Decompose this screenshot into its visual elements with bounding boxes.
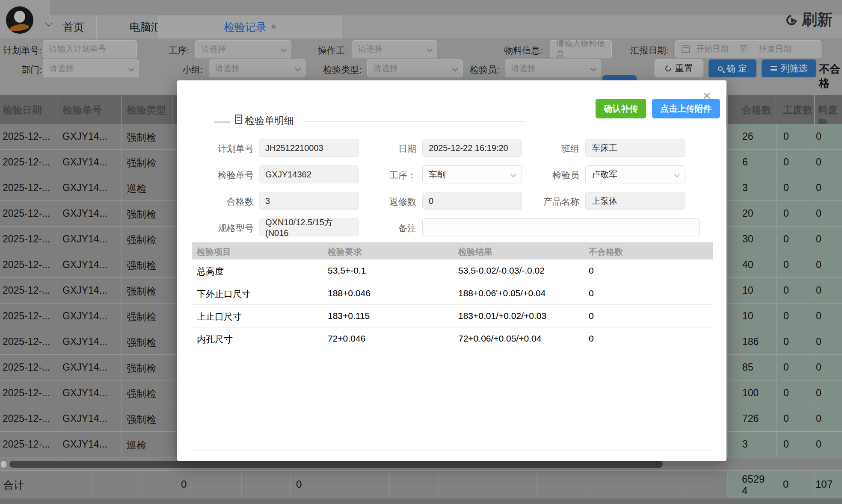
confirm-supplement-button[interactable]: 确认补传 bbox=[596, 99, 646, 118]
field-label: 检验单号 bbox=[160, 169, 254, 181]
cell-requirement: 53,5+-0.1 bbox=[328, 265, 366, 276]
cell-material-scrap: 0 bbox=[816, 259, 821, 271]
upload-attachment-button[interactable]: 点击上传附件 bbox=[652, 99, 720, 118]
column-divider bbox=[121, 329, 122, 354]
cell-unqualified: 0 bbox=[589, 265, 594, 276]
footer-divider bbox=[685, 471, 685, 498]
column-divider bbox=[815, 175, 815, 200]
footer-divider bbox=[776, 471, 776, 498]
column-divider bbox=[776, 124, 777, 149]
cell-item: 总高度 bbox=[197, 265, 224, 277]
footer-divider bbox=[814, 471, 815, 498]
field-value: 卢敬军 bbox=[592, 169, 617, 180]
cell-qualified: 20 bbox=[742, 208, 753, 219]
cell-qualified: 100 bbox=[742, 387, 759, 399]
field-label: 班组 bbox=[485, 143, 579, 155]
filter-daterange[interactable]: 开始日期至结束日期 bbox=[675, 40, 821, 58]
calendar-icon bbox=[682, 45, 690, 53]
cell-order: GXJY14... bbox=[62, 233, 107, 245]
filter-select-检验员[interactable]: 请选择 bbox=[505, 59, 601, 77]
cell-unqualified: 0 bbox=[589, 288, 594, 298]
field-label: 备注 bbox=[322, 222, 416, 234]
cell-qualified: 26 bbox=[742, 131, 753, 142]
field-select[interactable]: 卢敬军 bbox=[585, 165, 685, 183]
footer-col4-value: 0 bbox=[181, 478, 187, 490]
footer-total-label: 合计 bbox=[3, 478, 24, 492]
field-value: GXJY14362 bbox=[265, 170, 311, 180]
modal-bottom-divider bbox=[192, 450, 713, 451]
cell-work-scrap: 0 bbox=[783, 208, 789, 219]
column-divider bbox=[57, 355, 57, 380]
filter-select-部门[interactable]: 请选择 bbox=[43, 59, 139, 77]
filter-label: 物料信息: bbox=[470, 44, 543, 56]
cell-work-scrap: 0 bbox=[783, 387, 789, 399]
cell-order: GXJY14... bbox=[62, 362, 107, 373]
inspection-detail-modal: × 确认补传 点击上传附件 检验单明细 计划单号JH2512210003日期20… bbox=[177, 80, 726, 461]
row-right-section: 8500 bbox=[727, 355, 842, 380]
detail-table-row: 上止口尺寸183+0.115183+0.01/+0.02/+0.030 bbox=[192, 305, 713, 327]
cell-date: 2025-12-... bbox=[3, 233, 50, 245]
tab-首页[interactable]: 首页 bbox=[50, 15, 97, 38]
tab-close-icon[interactable]: × bbox=[271, 21, 276, 32]
column-divider bbox=[172, 355, 172, 380]
row-right-section: 1000 bbox=[727, 278, 842, 304]
field-value: 0 bbox=[429, 196, 433, 206]
hscrollbar-track-cap bbox=[1, 461, 6, 468]
确 定-button[interactable]: 确 定 bbox=[709, 59, 756, 77]
cell-work-scrap: 0 bbox=[783, 413, 789, 424]
cell-work-scrap: 0 bbox=[783, 362, 789, 373]
detail-column-header: 检验项目 bbox=[197, 246, 231, 258]
重置-button[interactable]: 重置 bbox=[655, 59, 703, 77]
date-separator: 至 bbox=[740, 44, 748, 55]
hscrollbar-thumb[interactable] bbox=[9, 461, 663, 468]
cell-type: 强制检 bbox=[127, 259, 156, 272]
cell-material-scrap: 0 bbox=[816, 233, 821, 245]
bottom-strip bbox=[0, 498, 842, 504]
column-divider bbox=[121, 355, 122, 380]
footer-divider bbox=[142, 471, 142, 498]
cell-type: 强制检 bbox=[127, 285, 156, 298]
column-divider bbox=[57, 304, 57, 329]
end-date-placeholder: 结束日期 bbox=[759, 44, 792, 55]
cell-date: 2025-12-... bbox=[3, 336, 50, 348]
column-divider bbox=[815, 355, 815, 380]
detail-column-header: 不合格数 bbox=[589, 246, 623, 258]
refresh-button[interactable]: 刷新 bbox=[786, 9, 833, 30]
field-input[interactable] bbox=[422, 218, 700, 236]
列筛选-button[interactable]: 列筛选 bbox=[762, 59, 816, 77]
field-label: 日期 bbox=[322, 143, 416, 155]
column-header: 合格数 bbox=[742, 103, 771, 117]
footer-divider bbox=[488, 471, 488, 498]
row-right-section: 2600 bbox=[727, 124, 842, 150]
filter-label: 部门: bbox=[0, 64, 42, 76]
cell-work-scrap: 0 bbox=[783, 336, 789, 348]
footer-divider bbox=[340, 471, 340, 498]
cell-work-scrap: 0 bbox=[783, 285, 789, 296]
column-divider bbox=[815, 329, 815, 354]
refresh-icon bbox=[664, 64, 673, 73]
cell-date: 2025-12-... bbox=[3, 310, 50, 322]
cell-material-scrap: 0 bbox=[816, 208, 821, 219]
tab-检验记录[interactable]: 检验记录× bbox=[158, 15, 342, 38]
cell-material-scrap: 0 bbox=[816, 413, 821, 424]
footer-qualified-total: 65294 bbox=[742, 473, 767, 496]
cell-qualified: 40 bbox=[742, 259, 753, 271]
column-divider bbox=[121, 432, 122, 457]
cell-order: GXJY14... bbox=[62, 413, 107, 424]
start-date-placeholder: 开始日期 bbox=[696, 44, 729, 55]
row-right-section: 10000 bbox=[727, 380, 842, 406]
row-right-section: 18600 bbox=[727, 329, 842, 355]
column-divider bbox=[815, 124, 815, 149]
column-divider bbox=[172, 380, 172, 406]
column-divider bbox=[121, 278, 122, 303]
inspection-items-table: 检验项目检验要求检验结果不合格数总高度53,5+-0.153.5-0.02/-0… bbox=[192, 242, 713, 350]
user-avatar[interactable] bbox=[6, 6, 33, 34]
footer-divider bbox=[727, 471, 728, 498]
column-header: 检验单号 bbox=[62, 103, 102, 117]
cell-order: GXJY14... bbox=[62, 336, 107, 348]
filter-select-操作工[interactable]: 请选择 bbox=[352, 40, 437, 58]
row-right-section: 4000 bbox=[727, 252, 842, 278]
column-divider bbox=[57, 227, 57, 252]
column-divider bbox=[815, 278, 815, 303]
field-value: 车床工 bbox=[592, 142, 617, 154]
